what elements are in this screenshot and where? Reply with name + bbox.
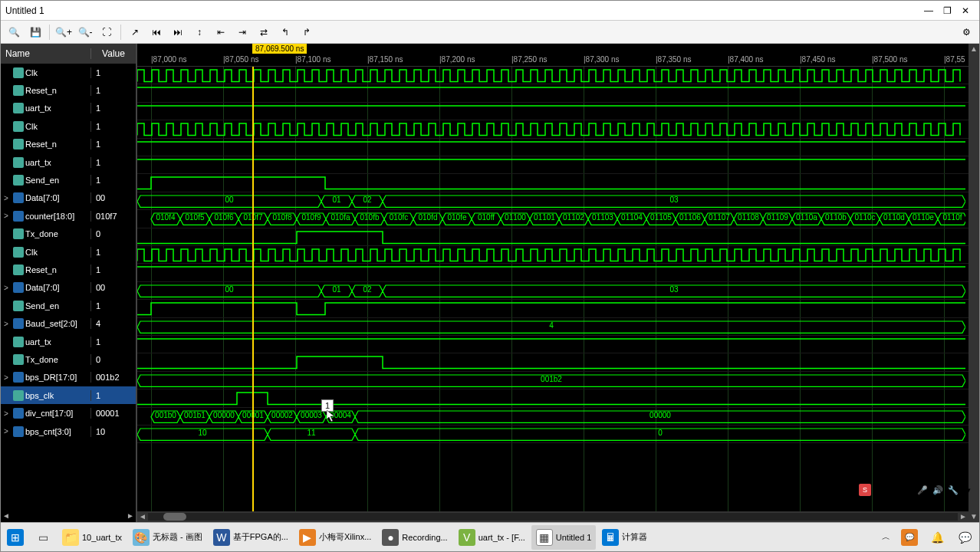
tray-chevron-icon[interactable]: ︿ xyxy=(877,525,895,550)
wave-row[interactable] xyxy=(137,174,968,192)
taskbar-item[interactable]: 🖩计算器 xyxy=(597,525,652,550)
emoji-icon[interactable]: ☺ xyxy=(901,484,913,496)
search-icon[interactable]: 🔍 xyxy=(4,22,24,42)
wave-row[interactable] xyxy=(137,353,968,371)
time-ruler[interactable]: |87,000 ns|87,050 ns|87,100 ns|87,150 ns… xyxy=(137,54,968,67)
expand-icon[interactable]: > xyxy=(4,212,12,220)
ime-lang[interactable]: 英 xyxy=(874,485,883,496)
prev-marker-icon[interactable]: ⇤ xyxy=(211,22,231,42)
ime-icon[interactable]: ⊕ xyxy=(886,484,898,496)
wave-row[interactable] xyxy=(137,246,968,264)
expand-icon[interactable]: > xyxy=(4,320,12,328)
prev-transition-icon[interactable]: ⏮ xyxy=(146,22,166,42)
signal-row[interactable]: Clk1 xyxy=(1,64,136,81)
signal-list[interactable]: Clk1Reset_n1uart_tx1Clk1Reset_n1uart_tx1… xyxy=(1,64,136,511)
wave-row[interactable] xyxy=(137,389,968,407)
wave-row[interactable] xyxy=(137,84,968,102)
save-icon[interactable]: 💾 xyxy=(25,22,45,42)
wave-row[interactable] xyxy=(137,156,968,174)
wave-row[interactable] xyxy=(137,139,968,156)
taskbar-item[interactable]: 📁10_uart_tx xyxy=(58,525,127,550)
signal-row[interactable]: uart_tx1 xyxy=(1,153,136,171)
add-marker-icon[interactable]: ↕ xyxy=(189,22,209,42)
tray-action-icon[interactable]: 💬 xyxy=(952,525,978,550)
wave-row[interactable]: 001b2 xyxy=(137,372,968,389)
maximize-button[interactable]: ❐ xyxy=(938,3,956,18)
settings-icon[interactable]: ⚙ xyxy=(956,22,976,42)
wave-row[interactable] xyxy=(137,120,968,138)
swap-icon[interactable]: ⇄ xyxy=(254,22,274,42)
next-edge-icon[interactable]: ↱ xyxy=(297,22,317,42)
wave-row[interactable]: 00010203 xyxy=(137,192,968,210)
next-transition-icon[interactable]: ⏭ xyxy=(168,22,188,42)
tray-message-icon[interactable]: 💬 xyxy=(896,525,922,550)
expand-icon[interactable]: > xyxy=(4,284,12,292)
signal-row[interactable]: Reset_n1 xyxy=(1,136,136,153)
signal-row[interactable]: >bps_cnt[3:0]10 xyxy=(1,422,136,440)
wave-row[interactable] xyxy=(137,264,968,281)
start-button[interactable]: ⊞ xyxy=(2,525,28,550)
signal-hscroll[interactable]: ◄ ► xyxy=(1,511,136,522)
wave-row[interactable]: 10110 xyxy=(137,426,968,443)
expand-icon[interactable]: > xyxy=(4,409,12,418)
signal-row[interactable]: Tx_done0 xyxy=(1,225,136,243)
close-button[interactable]: ✕ xyxy=(956,3,975,18)
zoom-out-icon[interactable]: 🔍- xyxy=(75,22,95,42)
signal-row[interactable]: >Baud_set[2:0]4 xyxy=(1,314,136,332)
app-tray-icon[interactable]: S xyxy=(859,484,871,496)
scroll-right-icon[interactable]: ► xyxy=(958,511,968,522)
wave-row[interactable]: 4 xyxy=(137,318,968,336)
wave-hscroll[interactable]: ◄ ► xyxy=(137,511,968,522)
expand-icon[interactable]: > xyxy=(4,194,12,202)
name-column-header[interactable]: Name xyxy=(1,48,91,59)
scroll-left-icon[interactable]: ◄ xyxy=(1,511,12,522)
waveform-panel[interactable]: 87,069.500 ns |87,000 ns|87,050 ns|87,10… xyxy=(137,44,968,522)
wave-row[interactable] xyxy=(137,336,968,353)
signal-row[interactable]: Reset_n1 xyxy=(1,261,136,278)
signal-row[interactable]: Reset_n1 xyxy=(1,81,136,99)
signal-row[interactable]: Clk1 xyxy=(1,117,136,135)
zoom-fit-icon[interactable]: ⛶ xyxy=(97,22,117,42)
speaker-icon[interactable]: 🔊 xyxy=(932,484,944,496)
wave-row[interactable]: 00010203 xyxy=(137,282,968,300)
taskbar-item[interactable]: ●Recording... xyxy=(377,525,452,550)
minimize-button[interactable]: — xyxy=(919,3,938,18)
scroll-thumb[interactable] xyxy=(163,513,186,521)
signal-row[interactable]: >Data[7:0]00 xyxy=(1,189,136,207)
prev-edge-icon[interactable]: ↰ xyxy=(275,22,295,42)
wave-row[interactable] xyxy=(137,228,968,246)
signal-row[interactable]: Send_en1 xyxy=(1,171,136,189)
tool-icon[interactable]: 🔧 xyxy=(947,484,959,496)
signal-row[interactable]: Tx_done0 xyxy=(1,350,136,368)
taskbar-item[interactable]: W基于FPGA的... xyxy=(209,525,293,550)
signal-row[interactable]: >div_cnt[17:0]00001 xyxy=(1,404,136,422)
signal-row[interactable]: uart_tx1 xyxy=(1,333,136,350)
wave-row[interactable] xyxy=(137,300,968,317)
wave-row[interactable] xyxy=(137,103,968,120)
signal-row[interactable]: Send_en1 xyxy=(1,297,136,314)
chevron-down-icon[interactable]: ▾ xyxy=(962,484,975,496)
signal-row[interactable]: >bps_DR[17:0]001b2 xyxy=(1,369,136,386)
expand-icon[interactable]: > xyxy=(4,427,12,435)
scroll-up-icon[interactable]: ▲ xyxy=(968,44,979,54)
go-to-cursor-icon[interactable]: ↗ xyxy=(125,22,145,42)
taskbar-item[interactable]: 🎨无标题 - 画图 xyxy=(128,525,207,550)
scroll-down-icon[interactable]: ▼ xyxy=(968,511,979,522)
signal-row[interactable]: >counter[18:0]010f7 xyxy=(1,207,136,225)
waveform-area[interactable]: 1 00010203010f4010f5010f6010f7010f8010f9… xyxy=(137,67,968,511)
taskbar-item[interactable]: ▶小梅哥Xilinx... xyxy=(294,525,376,550)
wave-row[interactable]: 010f4010f5010f6010f7010f8010f9010fa010fb… xyxy=(137,210,968,228)
signal-row[interactable]: uart_tx1 xyxy=(1,100,136,117)
wave-row[interactable] xyxy=(137,67,968,84)
taskview-button[interactable]: ▭ xyxy=(30,525,56,550)
signal-row[interactable]: >Data[7:0]00 xyxy=(1,279,136,297)
wave-row[interactable]: 001b0001b1000000000100002000030000400000 xyxy=(137,408,968,426)
scroll-right-icon[interactable]: ► xyxy=(125,511,136,522)
zoom-in-icon[interactable]: 🔍+ xyxy=(54,22,74,42)
scroll-track[interactable] xyxy=(148,513,958,521)
value-column-header[interactable]: Value xyxy=(91,48,136,59)
scroll-left-icon[interactable]: ◄ xyxy=(137,511,148,522)
expand-icon[interactable]: > xyxy=(4,373,12,382)
signal-row[interactable]: bps_clk1 xyxy=(1,386,136,404)
tray-notify-icon[interactable]: 🔔 xyxy=(924,525,950,550)
